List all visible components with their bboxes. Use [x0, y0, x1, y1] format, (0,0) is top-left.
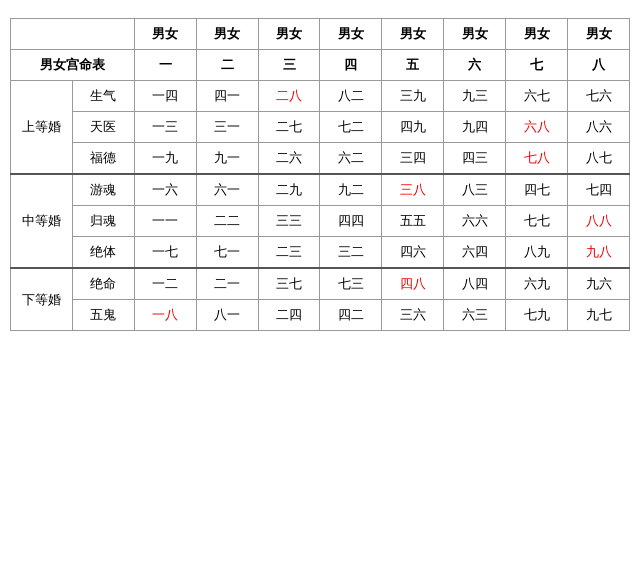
- cell: 一二: [134, 268, 196, 300]
- cell: 八六: [568, 112, 630, 143]
- cell: 四一: [196, 81, 258, 112]
- sub-label: 生气: [72, 81, 134, 112]
- cell: 一三: [134, 112, 196, 143]
- cell: 四三: [444, 143, 506, 175]
- col-2: 二: [196, 50, 258, 81]
- cell: 二一: [196, 268, 258, 300]
- group-label: 中等婚: [11, 174, 73, 268]
- cell: 七八: [506, 143, 568, 175]
- sub-label: 游魂: [72, 174, 134, 206]
- col-6: 六: [444, 50, 506, 81]
- table-row: 下等婚绝命一二二一三七七三四八八四六九九六: [11, 268, 630, 300]
- cell: 七三: [320, 268, 382, 300]
- col-1: 一: [134, 50, 196, 81]
- cell: 一八: [134, 300, 196, 331]
- cell: 二八: [258, 81, 320, 112]
- cell: 八一: [196, 300, 258, 331]
- corner-label: 男女宫命表: [11, 50, 135, 81]
- header-cell-5: 男女: [382, 19, 444, 50]
- cell: 二三: [258, 237, 320, 269]
- table-row: 天医一三三一二七七二四九九四六八八六: [11, 112, 630, 143]
- cell: 四六: [382, 237, 444, 269]
- cell: 三四: [382, 143, 444, 175]
- table-row: 五鬼一八八一二四四二三六六三七九九七: [11, 300, 630, 331]
- cell: 六七: [506, 81, 568, 112]
- sub-label: 五鬼: [72, 300, 134, 331]
- cell: 二二: [196, 206, 258, 237]
- header-cell-4: 男女: [320, 19, 382, 50]
- cell: 九三: [444, 81, 506, 112]
- header-cell-2: 男女: [196, 19, 258, 50]
- cell: 三六: [382, 300, 444, 331]
- header-cell-6: 男女: [444, 19, 506, 50]
- cell: 八九: [506, 237, 568, 269]
- cell: 四八: [382, 268, 444, 300]
- cell: 三一: [196, 112, 258, 143]
- cell: 六六: [444, 206, 506, 237]
- header-cell-7: 男女: [506, 19, 568, 50]
- cell: 一七: [134, 237, 196, 269]
- cell: 八四: [444, 268, 506, 300]
- cell: 九六: [568, 268, 630, 300]
- cell: 九一: [196, 143, 258, 175]
- cell: 六九: [506, 268, 568, 300]
- cell: 四四: [320, 206, 382, 237]
- column-header-row2: 男女宫命表 一 二 三 四 五 六 七 八: [11, 50, 630, 81]
- table-row: 中等婚游魂一六六一二九九二三八八三四七七四: [11, 174, 630, 206]
- cell: 九四: [444, 112, 506, 143]
- col-3: 三: [258, 50, 320, 81]
- cell: 六四: [444, 237, 506, 269]
- sub-label: 归魂: [72, 206, 134, 237]
- column-header-row: 男女 男女 男女 男女 男女 男女 男女 男女: [11, 19, 630, 50]
- cell: 八八: [568, 206, 630, 237]
- table-row: 福德一九九一二六六二三四四三七八八七: [11, 143, 630, 175]
- cell: 四九: [382, 112, 444, 143]
- cell: 九八: [568, 237, 630, 269]
- table-row: 绝体一七七一二三三二四六六四八九九八: [11, 237, 630, 269]
- header-cell-3: 男女: [258, 19, 320, 50]
- col-5: 五: [382, 50, 444, 81]
- cell: 三九: [382, 81, 444, 112]
- cell: 一六: [134, 174, 196, 206]
- cell: 七四: [568, 174, 630, 206]
- cell: 八二: [320, 81, 382, 112]
- group-label: 下等婚: [11, 268, 73, 331]
- cell: 三二: [320, 237, 382, 269]
- header-cell-0: [11, 19, 135, 50]
- cell: 四七: [506, 174, 568, 206]
- cell: 四二: [320, 300, 382, 331]
- cell: 一一: [134, 206, 196, 237]
- col-7: 七: [506, 50, 568, 81]
- cell: 三三: [258, 206, 320, 237]
- group-label: 上等婚: [11, 81, 73, 175]
- cell: 六八: [506, 112, 568, 143]
- sub-label: 绝体: [72, 237, 134, 269]
- cell: 二七: [258, 112, 320, 143]
- cell: 七二: [320, 112, 382, 143]
- cell: 一四: [134, 81, 196, 112]
- cell: 六二: [320, 143, 382, 175]
- cell: 七六: [568, 81, 630, 112]
- cell: 二九: [258, 174, 320, 206]
- table-row: 归魂一一二二三三四四五五六六七七八八: [11, 206, 630, 237]
- cell: 二六: [258, 143, 320, 175]
- cell: 九二: [320, 174, 382, 206]
- cell: 八三: [444, 174, 506, 206]
- cell: 二四: [258, 300, 320, 331]
- sub-label: 绝命: [72, 268, 134, 300]
- table-row: 上等婚生气一四四一二八八二三九九三六七七六: [11, 81, 630, 112]
- cell: 六三: [444, 300, 506, 331]
- cell: 三七: [258, 268, 320, 300]
- cell: 七七: [506, 206, 568, 237]
- cell: 五五: [382, 206, 444, 237]
- cell: 一九: [134, 143, 196, 175]
- header-cell-1: 男女: [134, 19, 196, 50]
- cell: 六一: [196, 174, 258, 206]
- sub-label: 天医: [72, 112, 134, 143]
- cell: 七九: [506, 300, 568, 331]
- sub-label: 福德: [72, 143, 134, 175]
- col-4: 四: [320, 50, 382, 81]
- cell: 三八: [382, 174, 444, 206]
- cell: 九七: [568, 300, 630, 331]
- cell: 七一: [196, 237, 258, 269]
